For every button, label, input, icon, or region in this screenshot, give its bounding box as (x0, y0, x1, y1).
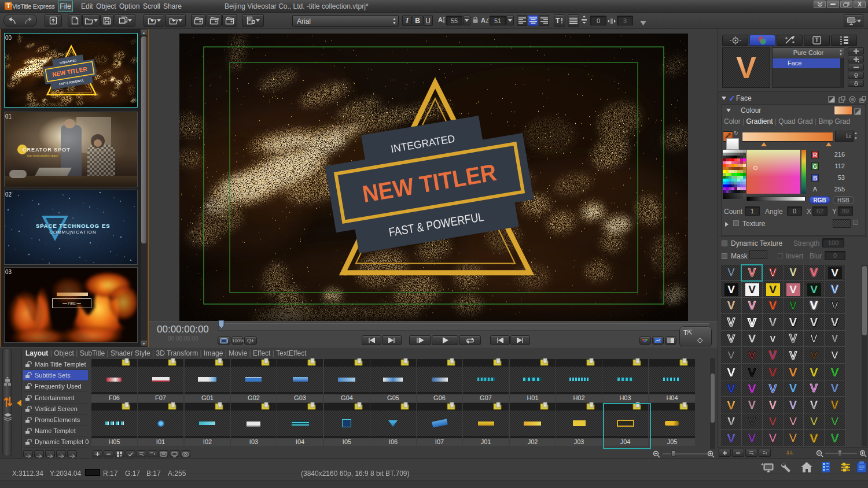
svg-text:T: T (556, 17, 560, 24)
svg-text:A: A (481, 17, 486, 24)
svg-text:A: A (438, 16, 443, 23)
svg-text:T: T (815, 37, 818, 43)
